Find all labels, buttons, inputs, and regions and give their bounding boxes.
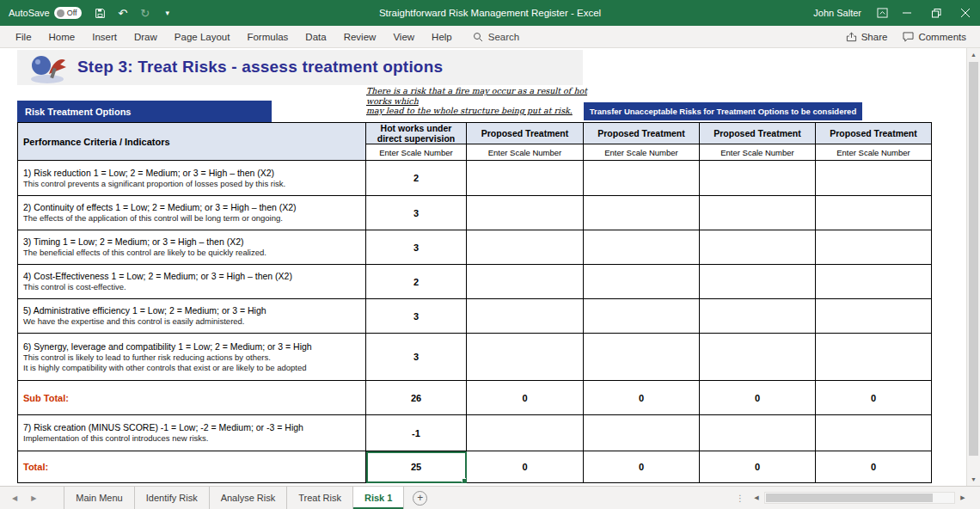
restore-button[interactable] <box>922 0 951 26</box>
ribbon-display-options-button[interactable] <box>872 0 892 26</box>
tabbar-splitter-handle[interactable]: ⋮ <box>736 487 744 509</box>
sheet-tab-risk-1[interactable]: Risk 1 <box>353 487 404 509</box>
ribbon-tab-review[interactable]: Review <box>335 26 385 47</box>
treatment-cell[interactable] <box>584 161 700 196</box>
treatment-cell[interactable] <box>584 334 700 381</box>
sheet-nav-right-arrow-icon[interactable]: ▶ <box>31 494 36 502</box>
treatment-cell[interactable] <box>584 415 700 451</box>
score-cell[interactable]: 3 <box>366 196 467 230</box>
scroll-left-arrow-icon[interactable]: ◀ <box>751 494 762 501</box>
horizontal-scrollbar[interactable]: ◀ ▶ <box>751 487 968 509</box>
sheet-tab-main-menu[interactable]: Main Menu <box>64 487 134 509</box>
criteria-cell[interactable]: 4) Cost-Effectiveness 1 = Low; 2 = Mediu… <box>18 265 366 299</box>
scale-hint-cell[interactable]: Enter Scale Number <box>584 144 700 161</box>
column-header-proposed-treatment[interactable]: Proposed Treatment <box>584 123 700 144</box>
subtotal-value-cell[interactable]: 0 <box>700 381 816 415</box>
treatment-cell[interactable] <box>700 161 816 196</box>
qat-customize-button[interactable]: ▾ <box>157 0 178 26</box>
scale-hint-cell[interactable]: Enter Scale Number <box>816 144 932 161</box>
ribbon-tab-help[interactable]: Help <box>423 26 461 47</box>
treatment-cell[interactable] <box>816 196 932 230</box>
treatment-cell[interactable] <box>816 265 932 299</box>
criteria-cell[interactable]: 2) Continuity of effects 1 = Low; 2 = Me… <box>18 196 366 230</box>
close-button[interactable] <box>951 0 980 26</box>
ribbon-tab-draw[interactable]: Draw <box>126 26 166 47</box>
sheet-tab-analyse-risk[interactable]: Analyse Risk <box>210 487 288 509</box>
total-value-cell[interactable]: 0 <box>816 451 932 483</box>
undo-button[interactable]: ↶ <box>113 0 133 26</box>
sheet-nav-left-arrow-icon[interactable]: ◀ <box>12 494 17 502</box>
scroll-right-arrow-icon[interactable]: ▶ <box>958 494 968 501</box>
column-header-proposed-treatment[interactable]: Proposed Treatment <box>467 123 584 144</box>
subtotal-value-cell[interactable]: 0 <box>584 381 700 415</box>
treatment-cell[interactable] <box>700 230 816 265</box>
share-button[interactable]: Share <box>846 32 888 42</box>
vertical-scrollbar-thumb[interactable] <box>969 62 978 456</box>
scroll-down-arrow-icon[interactable]: ▼ <box>967 473 980 486</box>
treatment-cell[interactable] <box>700 334 816 381</box>
ribbon-tab-home[interactable]: Home <box>40 26 84 47</box>
treatment-cell[interactable] <box>467 161 584 196</box>
criteria-cell[interactable]: 6) Synergy, leverage and compatibility 1… <box>18 334 366 381</box>
score-cell[interactable]: -1 <box>366 415 467 451</box>
column-header-proposed-treatment[interactable]: Proposed Treatment <box>700 123 816 144</box>
ribbon-tab-file[interactable]: File <box>7 26 40 47</box>
horizontal-scrollbar-thumb[interactable] <box>766 494 933 502</box>
score-cell[interactable]: 2 <box>366 161 467 196</box>
treatment-cell[interactable] <box>700 415 816 451</box>
save-button[interactable] <box>90 0 111 26</box>
treatment-cell[interactable] <box>700 299 816 334</box>
ribbon-tab-view[interactable]: View <box>384 26 423 47</box>
sheet-tab-identify-risk[interactable]: Identify Risk <box>135 487 210 509</box>
redo-button[interactable]: ↻ <box>135 0 156 26</box>
treatment-cell[interactable] <box>816 299 932 334</box>
sheet-tab-treat-risk[interactable]: Treat Risk <box>287 487 353 509</box>
total-value-cell[interactable]: 0 <box>700 451 816 483</box>
minimize-button[interactable] <box>892 0 922 26</box>
treatment-cell[interactable] <box>467 334 584 381</box>
score-cell[interactable]: 2 <box>366 265 467 299</box>
criteria-cell[interactable]: 5) Administrative efficiency 1 = Low; 2 … <box>18 299 366 334</box>
treatment-cell[interactable] <box>584 196 700 230</box>
score-cell[interactable]: 3 <box>366 299 467 334</box>
vertical-scrollbar[interactable]: ▲ ▼ <box>966 48 980 486</box>
horizontal-scrollbar-track[interactable] <box>764 492 955 504</box>
subtotal-value-cell[interactable]: 26 <box>366 381 467 415</box>
treatment-cell[interactable] <box>816 415 932 451</box>
scale-hint-cell[interactable]: Enter Scale Number <box>700 144 816 161</box>
column-header-proposed-treatment[interactable]: Proposed Treatment <box>816 123 932 144</box>
total-label-cell[interactable]: Total: <box>18 451 366 483</box>
score-cell[interactable]: 3 <box>366 334 467 381</box>
treatment-cell[interactable] <box>584 265 700 299</box>
criteria-cell[interactable]: 1) Risk reduction 1 = Low; 2 = Medium; o… <box>18 161 366 196</box>
autosave-toggle[interactable]: AutoSave Off <box>9 7 82 19</box>
scale-hint-cell[interactable]: Enter Scale Number <box>467 144 584 161</box>
ribbon-tab-page-layout[interactable]: Page Layout <box>166 26 239 47</box>
treatment-cell[interactable] <box>467 230 584 265</box>
new-sheet-button[interactable]: + <box>413 491 427 506</box>
column-header-hot-works[interactable]: Hot works under direct supervision <box>366 123 467 144</box>
treatment-cell[interactable] <box>584 299 700 334</box>
subtotal-label-cell[interactable]: Sub Total: <box>18 381 366 415</box>
total-score-active-cell[interactable]: 25 <box>366 451 467 483</box>
treatment-cell[interactable] <box>467 196 584 230</box>
treatment-cell[interactable] <box>467 415 584 451</box>
ribbon-tab-insert[interactable]: Insert <box>83 26 126 47</box>
subtotal-value-cell[interactable]: 0 <box>816 381 932 415</box>
criteria-cell[interactable]: 7) Risk creation (MINUS SCORE) -1 = Low;… <box>18 415 366 451</box>
treatment-cell[interactable] <box>816 334 932 381</box>
treatment-cell[interactable] <box>700 196 816 230</box>
criteria-header-cell[interactable]: Performance Criteria / Indicators <box>18 123 366 161</box>
subtotal-value-cell[interactable]: 0 <box>467 381 584 415</box>
treatment-cell[interactable] <box>467 265 584 299</box>
total-value-cell[interactable]: 0 <box>467 451 584 483</box>
treatment-cell[interactable] <box>700 265 816 299</box>
account-name[interactable]: John Salter <box>803 8 872 18</box>
treatment-cell[interactable] <box>467 299 584 334</box>
criteria-cell[interactable]: 3) Timing 1 = Low; 2 = Medium; or 3 = Hi… <box>18 230 366 265</box>
comments-button[interactable]: Comments <box>903 32 966 42</box>
total-value-cell[interactable]: 0 <box>584 451 700 483</box>
worksheet[interactable]: Step 3: Treat Risks - assess treatment o… <box>0 48 980 486</box>
treatment-cell[interactable] <box>816 161 932 196</box>
ribbon-tab-formulas[interactable]: Formulas <box>238 26 297 47</box>
